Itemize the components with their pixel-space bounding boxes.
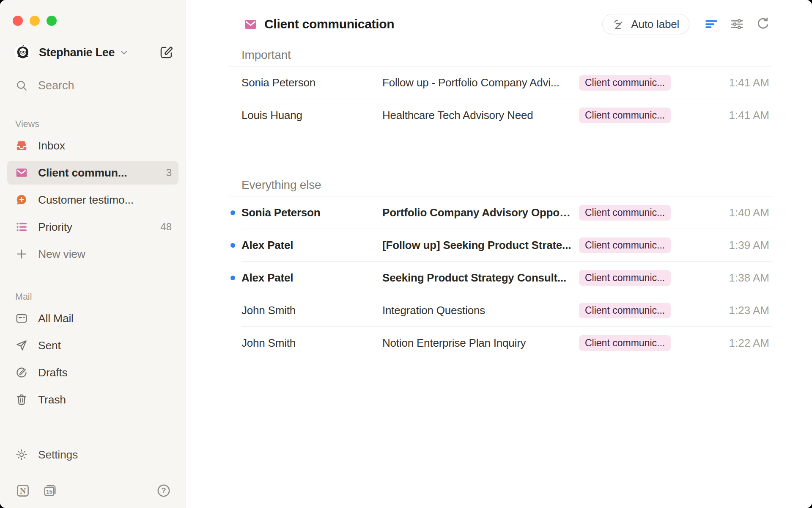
minimize-button[interactable]	[30, 16, 40, 26]
sidebar: Stephanie Lee Search Views InboxClient c…	[0, 0, 186, 508]
search-label: Search	[38, 79, 74, 92]
views-section: Views InboxClient commun...3Customer tes…	[7, 113, 178, 269]
email-label-badge[interactable]: Client communic...	[579, 335, 671, 351]
auto-label-text: Auto label	[631, 18, 679, 31]
email-subject: Healthcare Tech Advisory Need	[382, 109, 579, 122]
email-time: 1:41 AM	[729, 109, 772, 122]
display-settings-button[interactable]	[730, 17, 745, 32]
svg-text:N: N	[20, 486, 26, 495]
email-label-badge[interactable]: Client communic...	[579, 205, 671, 221]
search-button[interactable]: Search	[15, 76, 175, 95]
app-window: Stephanie Lee Search Views InboxClient c…	[0, 0, 812, 508]
plus-icon	[15, 248, 28, 260]
testimonial-icon	[15, 193, 28, 206]
sidebar-item-label: Priority	[38, 221, 72, 234]
account-switcher[interactable]: Stephanie Lee	[14, 43, 175, 62]
help-icon[interactable]: ?	[156, 483, 171, 498]
priority-icon	[15, 221, 28, 233]
zoom-button[interactable]	[47, 16, 57, 26]
inbox-icon	[15, 139, 28, 152]
avatar	[14, 43, 32, 62]
email-sender: John Smith	[241, 337, 382, 350]
email-sender: John Smith	[241, 304, 382, 317]
email-subject: Notion Enterprise Plan Inquiry	[382, 337, 579, 350]
views-section-label: Views	[7, 113, 178, 130]
email-subject: [Follow up] Seeking Product Strate...	[382, 239, 579, 252]
email-sender: Alex Patel	[241, 271, 382, 284]
email-subject: Follow up - Portfolio Company Advi...	[382, 76, 579, 89]
unread-count-badge: 3	[166, 167, 172, 179]
email-subject: Integration Questions	[382, 304, 579, 317]
email-label-badge[interactable]: Client communic...	[579, 75, 671, 91]
refresh-button[interactable]	[755, 17, 771, 32]
sidebar-item-customer-testimo[interactable]: Customer testimo...	[7, 188, 178, 212]
email-row[interactable]: Sonia PetersonFollow up - Portfolio Comp…	[229, 66, 772, 99]
email-time: 1:38 AM	[729, 271, 772, 284]
email-label-badge[interactable]: Client communic...	[579, 270, 671, 286]
email-section-everything-else: Everything elseSonia PetersonPortfolio C…	[229, 174, 772, 359]
allmail-icon	[15, 312, 28, 325]
chevron-down-icon	[119, 47, 129, 58]
sidebar-item-label: Trash	[38, 393, 66, 406]
email-time: 1:39 AM	[729, 239, 772, 252]
email-list: ImportantSonia PetersonFollow up - Portf…	[229, 44, 772, 359]
sidebar-item-drafts[interactable]: Drafts	[7, 361, 178, 384]
email-row[interactable]: Sonia PetersonPortfolio Company Advisory…	[229, 196, 772, 229]
sidebar-item-sent[interactable]: Sent	[7, 334, 178, 357]
email-label-badge[interactable]: Client communic...	[579, 108, 671, 123]
settings-section: Settings	[7, 443, 178, 470]
sent-icon	[15, 339, 28, 352]
sidebar-item-priority[interactable]: Priority48	[7, 215, 178, 239]
sidebar-item-new-view[interactable]: New view	[7, 242, 178, 266]
email-subject: Seeking Product Strategy Consult...	[382, 271, 579, 284]
main-panel: Client communication Auto label Importan…	[186, 0, 812, 508]
sidebar-item-inbox[interactable]: Inbox	[7, 134, 178, 157]
sidebar-footer: N 15 ?	[15, 483, 171, 499]
email-time: 1:23 AM	[729, 304, 772, 317]
sidebar-item-label: New view	[38, 248, 85, 261]
main-header: Client communication Auto label	[186, 0, 812, 44]
email-row[interactable]: John SmithIntegration QuestionsClient co…	[229, 294, 772, 327]
mail-section-label: Mail	[7, 285, 178, 302]
close-button[interactable]	[13, 16, 23, 26]
search-icon	[15, 79, 28, 92]
settings-label: Settings	[38, 448, 78, 461]
sidebar-item-label: Drafts	[38, 366, 67, 379]
drafts-icon	[15, 366, 28, 379]
notion-logo-icon[interactable]: N	[15, 483, 30, 498]
email-row[interactable]: Louis HuangHealthcare Tech Advisory Need…	[229, 99, 772, 132]
sidebar-item-all-mail[interactable]: All Mail	[7, 306, 178, 330]
filter-button[interactable]	[704, 17, 719, 32]
email-sender: Louis Huang	[241, 109, 382, 122]
unread-count-badge: 48	[160, 221, 172, 233]
email-row[interactable]: John SmithNotion Enterprise Plan Inquiry…	[229, 327, 772, 359]
auto-label-button[interactable]: Auto label	[602, 14, 689, 34]
email-label-badge[interactable]: Client communic...	[579, 303, 671, 318]
sidebar-item-label: All Mail	[38, 312, 74, 325]
sidebar-item-label: Customer testimo...	[38, 193, 134, 207]
unread-dot	[230, 243, 235, 248]
section-title: Important	[229, 44, 772, 66]
compose-button[interactable]	[158, 44, 175, 61]
svg-text:?: ?	[162, 486, 166, 495]
gear-icon	[15, 448, 28, 461]
user-name: Stephanie Lee	[39, 46, 115, 59]
sidebar-item-settings[interactable]: Settings	[7, 443, 178, 467]
svg-text:15: 15	[46, 489, 53, 495]
auto-label-icon	[612, 18, 625, 31]
calendar-icon[interactable]: 15	[42, 483, 58, 498]
email-row[interactable]: Alex PatelSeeking Product Strategy Consu…	[229, 262, 772, 294]
email-row[interactable]: Alex Patel[Follow up] Seeking Product St…	[229, 229, 772, 262]
email-sender: Sonia Peterson	[241, 206, 382, 219]
email-time: 1:40 AM	[729, 206, 772, 219]
sidebar-item-client-commun[interactable]: Client commun...3	[7, 161, 178, 185]
email-label-badge[interactable]: Client communic...	[579, 237, 671, 253]
sidebar-item-label: Sent	[38, 339, 61, 352]
sidebar-item-trash[interactable]: Trash	[7, 388, 178, 411]
email-time: 1:22 AM	[729, 337, 772, 350]
email-sender: Alex Patel	[241, 239, 382, 252]
section-title: Everything else	[229, 174, 772, 196]
sidebar-item-label: Inbox	[38, 139, 65, 152]
email-sender: Sonia Peterson	[241, 76, 382, 89]
label-envelope-icon	[244, 17, 258, 31]
